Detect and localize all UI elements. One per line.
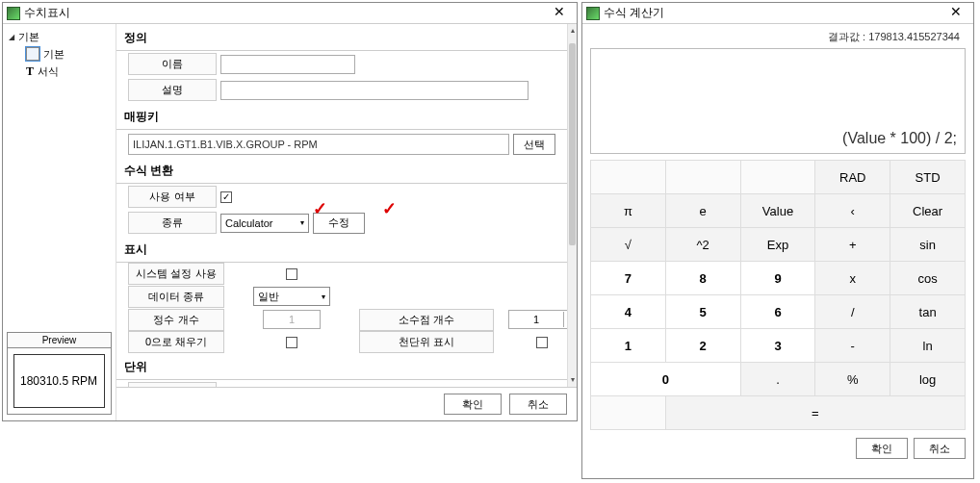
section-display: 표시 — [116, 238, 567, 263]
thousand-label: 천단위 표시 — [359, 331, 494, 353]
calc-8-button[interactable]: 8 — [666, 262, 740, 294]
calc-plus-button[interactable]: + — [815, 228, 890, 261]
calc-ln-button[interactable]: ln — [890, 329, 965, 362]
calc-dot-button[interactable]: . — [741, 363, 815, 395]
calc-divide-button[interactable]: / — [815, 295, 890, 328]
tree-root-label: 기본 — [18, 30, 39, 44]
scrollbar-thumb[interactable] — [569, 43, 576, 245]
preview-label: Preview — [8, 333, 111, 348]
calc-log-button[interactable]: log — [890, 363, 965, 395]
formula-edit-button[interactable]: 수정 — [313, 213, 365, 234]
calc-2-button[interactable]: 2 — [666, 329, 740, 362]
tree-item-format[interactable]: T 서식 — [5, 63, 114, 80]
system-checkbox[interactable] — [286, 268, 297, 280]
vertical-scrollbar[interactable]: ▴ ▾ — [567, 24, 577, 387]
dialog-footer: 확인 취소 — [116, 387, 577, 420]
int-input[interactable]: 1 — [263, 310, 321, 329]
calc-rad-button[interactable]: RAD — [815, 161, 890, 193]
cancel-button[interactable]: 취소 — [509, 394, 567, 415]
close-icon[interactable]: ✕ — [546, 5, 573, 22]
tree-item-basic[interactable]: 기본 — [5, 45, 114, 63]
ok-button[interactable]: 확인 — [856, 438, 908, 459]
cancel-button[interactable]: 취소 — [914, 438, 966, 459]
app-icon — [586, 7, 600, 20]
calculator-footer: 확인 취소 — [590, 430, 966, 459]
calc-pi-button[interactable]: π — [591, 194, 665, 227]
tree: ◢ 기본 기본 T 서식 — [5, 28, 114, 80]
mapping-select-button[interactable]: 선택 — [513, 134, 555, 155]
close-icon[interactable]: ✕ — [942, 5, 969, 22]
calc-3-button[interactable]: 3 — [741, 329, 815, 362]
calc-blank — [741, 161, 815, 193]
section-definition: 정의 — [116, 26, 567, 51]
datatype-select[interactable]: 일반 ▾ — [253, 287, 330, 306]
window-title: 수식 계산기 — [604, 5, 942, 21]
scroll-down-icon[interactable]: ▾ — [568, 373, 577, 387]
use-checkbox[interactable]: ✓ — [220, 191, 232, 203]
chevron-down-icon: ▾ — [322, 292, 325, 301]
calc-4-button[interactable]: 4 — [591, 295, 665, 328]
calc-6-button[interactable]: 6 — [741, 295, 815, 328]
sidebar: ◢ 기본 기본 T 서식 Preview 180310.5 RPM — [3, 24, 116, 420]
ok-button[interactable]: 확인 — [444, 394, 502, 415]
scroll-up-icon[interactable]: ▴ — [568, 24, 577, 38]
calc-exp-button[interactable]: Exp — [741, 228, 815, 261]
dec-value: 1 — [509, 314, 563, 325]
calc-multiply-button[interactable]: x — [815, 262, 890, 294]
result-label: 결과값 : 179813.415527344 — [590, 28, 966, 46]
calc-std-button[interactable]: STD — [890, 161, 965, 193]
calc-1-button[interactable]: 1 — [591, 329, 665, 362]
formula-display[interactable]: (Value * 100) / 2; — [590, 48, 966, 154]
calc-blank — [666, 161, 740, 193]
type-select[interactable]: Calculator ▾ — [220, 214, 309, 233]
calc-clear-button[interactable]: Clear — [890, 194, 965, 227]
section-unit: 단위 — [116, 355, 567, 380]
calc-blank — [591, 396, 665, 429]
calc-0-button[interactable]: 0 — [591, 363, 740, 395]
calc-7-button[interactable]: 7 — [591, 262, 665, 294]
name-label: 이름 — [128, 53, 217, 75]
dec-spinner[interactable]: 1 ▲▼ — [508, 310, 576, 329]
calculator-keypad: RAD STD π e Value ‹ Clear √ ^2 Exp + sin… — [590, 160, 966, 430]
datatype-label: 데이터 종류 — [128, 286, 224, 308]
calc-tan-button[interactable]: tan — [890, 295, 965, 328]
calc-square-button[interactable]: ^2 — [666, 228, 740, 261]
type-select-value: Calculator — [225, 217, 273, 229]
desc-input[interactable] — [220, 81, 529, 100]
mapping-value[interactable]: ILIJAN.1.GT1.B1.VIB.X.GROUP - RPM — [128, 134, 509, 155]
datatype-value: 일반 — [258, 290, 279, 304]
calc-sqrt-button[interactable]: √ — [591, 228, 665, 261]
calc-sin-button[interactable]: sin — [890, 228, 965, 261]
collapse-icon[interactable]: ◢ — [9, 33, 14, 41]
chevron-down-icon: ▾ — [300, 218, 304, 227]
tree-item-label: 기본 — [43, 47, 64, 62]
section-formula: 수식 변환 — [116, 159, 567, 184]
tree-root[interactable]: ◢ 기본 — [5, 28, 114, 45]
zero-label: 0으로 채우기 — [128, 331, 224, 353]
text-format-icon: T — [26, 64, 34, 79]
calc-blank — [591, 161, 665, 193]
titlebar[interactable]: 수식 계산기 ✕ — [582, 3, 973, 24]
zero-checkbox[interactable] — [286, 337, 297, 348]
calc-cos-button[interactable]: cos — [890, 262, 965, 294]
calc-e-button[interactable]: e — [666, 194, 740, 227]
app-icon — [7, 7, 20, 20]
calc-backspace-button[interactable]: ‹ — [815, 194, 890, 227]
thousand-checkbox[interactable] — [536, 337, 548, 348]
calc-9-button[interactable]: 9 — [741, 262, 815, 294]
calc-percent-button[interactable]: % — [815, 363, 890, 395]
unit-system-label: 시스템 설정 사용 — [128, 382, 217, 387]
preview-value: 180310.5 RPM — [13, 354, 105, 408]
use-label: 사용 여부 — [128, 186, 217, 208]
doc-icon — [26, 47, 39, 61]
name-input[interactable] — [220, 55, 355, 74]
window-title: 수치표시 — [24, 5, 546, 21]
calc-value-button[interactable]: Value — [741, 194, 815, 227]
calc-5-button[interactable]: 5 — [666, 295, 740, 328]
dec-label: 소수점 개수 — [359, 309, 494, 331]
titlebar[interactable]: 수치표시 ✕ — [3, 3, 577, 24]
type-label: 종류 — [128, 212, 217, 234]
numeric-display-dialog: 수치표시 ✕ ◢ 기본 기본 T 서식 Preview — [2, 2, 578, 421]
calc-equals-button[interactable]: = — [666, 396, 965, 429]
calc-minus-button[interactable]: - — [815, 329, 890, 362]
